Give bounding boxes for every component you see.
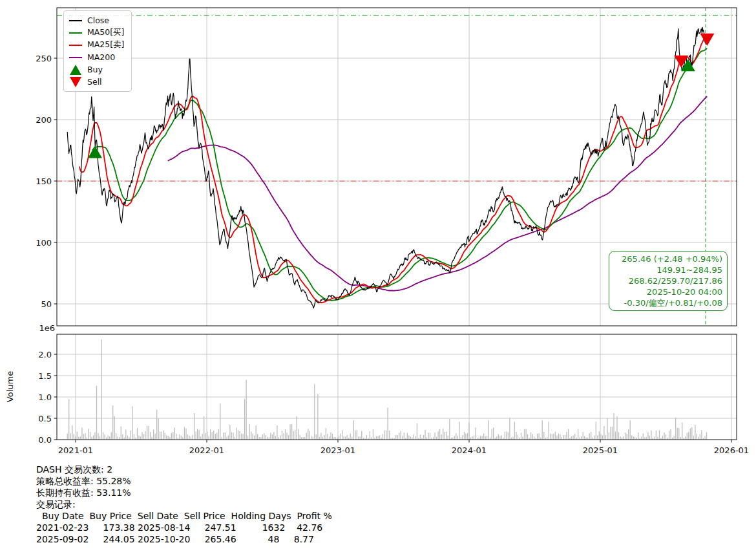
y-tick-label: 250 bbox=[36, 54, 52, 63]
footer-line: 2025-09-02 244.05 2025-10-20 265.46 48 8… bbox=[36, 533, 332, 545]
annotation-line: -0.30/偏空/+0.81/+0.08 bbox=[614, 297, 722, 308]
annotation-line: 149.91~284.95 bbox=[614, 264, 722, 275]
legend-line-swatch bbox=[69, 57, 82, 58]
volume-y-tick-label: 0.0 bbox=[38, 435, 52, 445]
legend-line-swatch bbox=[69, 20, 82, 21]
y-tick-label: 100 bbox=[36, 238, 52, 248]
legend-label: MA25[卖] bbox=[87, 39, 125, 50]
legend-item: MA200 bbox=[69, 51, 125, 63]
legend-label: Sell bbox=[87, 77, 102, 87]
footer-line: DASH 交易次数: 2 bbox=[36, 464, 332, 475]
footer-line: 交易记录: bbox=[36, 498, 332, 510]
quote-annotation-box: 265.46 (+2.48 +0.94%)149.91~284.95268.62… bbox=[609, 251, 728, 311]
y-tick-label: 50 bbox=[41, 299, 52, 309]
legend: CloseMA50[买]MA25[卖]MA200BuySell bbox=[63, 10, 132, 92]
volume-y-tick-label: 1.0 bbox=[38, 392, 52, 402]
x-tick-label: 2026-01 bbox=[714, 445, 749, 455]
legend-label: Close bbox=[87, 16, 109, 25]
trade-summary: DASH 交易次数: 2策略总收益率: 55.28%长期持有收益: 53.11%… bbox=[36, 464, 332, 545]
legend-item: MA25[卖] bbox=[69, 39, 125, 51]
legend-marker-swatch bbox=[69, 65, 82, 75]
volume-offset-label: 1e6 bbox=[39, 323, 55, 333]
legend-line-swatch bbox=[69, 32, 82, 34]
x-tick-label: 2022-01 bbox=[189, 445, 224, 455]
legend-line-swatch bbox=[69, 45, 82, 46]
legend-item: Sell bbox=[69, 76, 125, 88]
legend-label: MA50[买] bbox=[87, 27, 125, 38]
annotation-line: 268.62/259.70/217.86 bbox=[614, 275, 722, 286]
legend-label: Buy bbox=[87, 65, 103, 74]
buy-marker-icon bbox=[70, 65, 81, 75]
legend-item: Buy bbox=[69, 63, 125, 76]
volume-y-tick-label: 1.5 bbox=[38, 371, 52, 381]
legend-item: MA50[买] bbox=[69, 27, 125, 39]
x-tick-label: 2023-01 bbox=[320, 445, 355, 455]
legend-marker-swatch bbox=[69, 77, 82, 87]
footer-line: 策略总收益率: 55.28% bbox=[36, 475, 332, 487]
footer-line: Buy Date Buy Price Sell Date Sell Price … bbox=[36, 510, 332, 522]
figure: 501001502002500.00.51.01.52.02021-012022… bbox=[0, 0, 756, 556]
volume-y-tick-label: 2.0 bbox=[38, 350, 52, 359]
footer-line: 长期持有收益: 53.11% bbox=[36, 487, 332, 498]
sell-marker-icon bbox=[70, 77, 81, 87]
annotation-line: 265.46 (+2.48 +0.94%) bbox=[614, 253, 722, 264]
y-tick-label: 200 bbox=[36, 115, 52, 125]
x-tick-label: 2025-01 bbox=[583, 445, 618, 455]
legend-item: Close bbox=[69, 14, 125, 27]
y-tick-label: 150 bbox=[36, 176, 52, 186]
volume-y-tick-label: 0.5 bbox=[38, 414, 52, 423]
annotation-line: 2025-10-20 04:00 bbox=[614, 286, 722, 297]
volume-axis-title: Volume bbox=[5, 371, 15, 402]
footer-line: 2021-02-23 173.38 2025-08-14 247.51 1632… bbox=[36, 522, 332, 533]
x-tick-label: 2021-01 bbox=[58, 445, 93, 455]
x-tick-label: 2024-01 bbox=[452, 445, 487, 455]
legend-label: MA200 bbox=[87, 52, 115, 62]
